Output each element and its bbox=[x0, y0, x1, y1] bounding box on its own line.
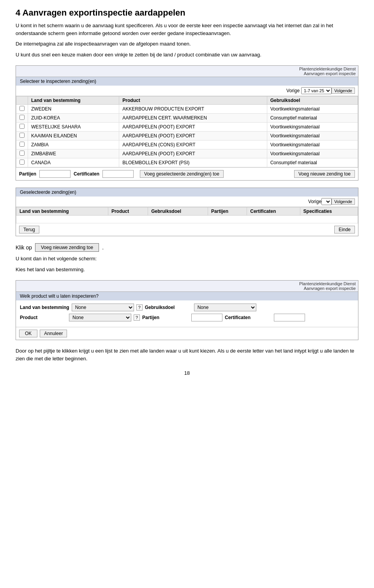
partijen-form-input[interactable] bbox=[191, 314, 222, 321]
table-row: ZWEDEN AKKERBOUW PRODUCTEN EXPORT Voortk… bbox=[16, 105, 358, 114]
row-land: ZIMBABWE bbox=[28, 149, 119, 158]
row-doel: Voortkwekingsmateriaal bbox=[267, 149, 358, 158]
row-doel: Voortkwekingsmateriaal bbox=[267, 132, 358, 140]
intro-paragraph-1: U komt in het scherm waarin u de aanvraa… bbox=[16, 22, 358, 37]
panel3-footer: OK Annuleer bbox=[16, 327, 358, 340]
volgende-button[interactable]: Volgende bbox=[332, 88, 355, 94]
table-row: KAAIMAN EILANDEN AARDAPPELEN (POOT) EXPO… bbox=[16, 132, 358, 140]
partijen-label: Partijen bbox=[19, 171, 36, 177]
panel3-form-body: Land van bestemming None ? Gebruiksdoel … bbox=[16, 300, 358, 327]
panel1-nav: Vorige 1-7 van 25 Volgende bbox=[16, 86, 358, 96]
page-number: 18 bbox=[16, 370, 358, 376]
paragraph-kies-land: Kies het land van bestemming. bbox=[16, 266, 358, 274]
partijen-input[interactable] bbox=[39, 170, 71, 178]
table-row: ZIMBABWE AARDAPPELEN (POOT) EXPORT Voort… bbox=[16, 149, 358, 158]
product-label: Product bbox=[20, 315, 67, 320]
row-checkbox[interactable] bbox=[19, 115, 25, 120]
einde-button[interactable]: Einde bbox=[334, 226, 355, 233]
panel3-brand: Plantenziektenkundige Dienst Aanvragen e… bbox=[299, 281, 356, 291]
row-product: AARDAPPELEN (POOT) EXPORT bbox=[119, 123, 267, 132]
brand-name: Plantenziektenkundige Dienst bbox=[299, 67, 356, 71]
intro-paragraph-2: De internetpagina zal alle inspectieaanv… bbox=[16, 40, 358, 48]
form-row-land: Land van bestemming None ? Gebruiksdoel … bbox=[20, 304, 354, 311]
row-doel: Consumptief materiaal bbox=[267, 158, 358, 167]
voeg-geselecteerde-btn[interactable]: Voeg geselecteerde zending(en) toe bbox=[140, 170, 224, 178]
row-product: AARDAPPELEN (CONS) EXPORT bbox=[119, 140, 267, 149]
panel3-brand-sub: Aanvragen export inspectie bbox=[299, 286, 356, 291]
table-row: ZUID-KOREA AARDAPPELEN CERT. WAARMERKEN … bbox=[16, 114, 358, 123]
table-row: CANADA BLOEMBOLLEN EXPORT (PSI) Consumpt… bbox=[16, 158, 358, 167]
voeg-nieuwe-btn[interactable]: Voeg nieuwe zending toe bbox=[294, 170, 355, 178]
panel2-action-row: Terug Einde bbox=[16, 223, 358, 236]
panel-welk-product: Plantenziektenkundige Dienst Aanvragen e… bbox=[16, 280, 358, 340]
chapter-number: 4 bbox=[16, 8, 20, 18]
table-row: ZAMBIA AARDAPPELEN (CONS) EXPORT Voortkw… bbox=[16, 140, 358, 149]
certificaten-label: Certificaten bbox=[74, 171, 99, 177]
panel-select-zending: Plantenziektenkundige Dienst Aanvragen e… bbox=[16, 65, 358, 181]
col-gebruiksdoel: Gebruiksdoel bbox=[148, 207, 208, 216]
row-checkbox-cell bbox=[16, 123, 28, 132]
col-certificaten: Certificaten bbox=[247, 207, 300, 216]
page-range-select[interactable]: 1-7 van 25 bbox=[301, 87, 332, 94]
panel2-nav: Vorige Volgende bbox=[16, 197, 358, 207]
panel1-footer: Partijen Certificaten Voeg geselecteerde… bbox=[16, 167, 358, 180]
product-select[interactable]: None bbox=[69, 314, 131, 321]
panel1-header: Selecteer te inspecteren zending(en) bbox=[16, 77, 358, 86]
row-checkbox-cell bbox=[16, 105, 28, 114]
klik-op-prefix: Klik op bbox=[16, 244, 32, 251]
brand-sub: Aanvragen export inspectie bbox=[299, 71, 356, 76]
terug-button[interactable]: Terug bbox=[19, 226, 39, 233]
row-product: BLOEMBOLLEN EXPORT (PSI) bbox=[119, 158, 267, 167]
klik-op-button-display: Voeg nieuwe zending toe bbox=[35, 243, 99, 252]
col-land: Land van bestemming bbox=[28, 97, 119, 105]
panel3-brand-name: Plantenziektenkundige Dienst bbox=[299, 281, 356, 286]
row-product: AKKERBOUW PRODUCTEN EXPORT bbox=[119, 105, 267, 114]
panel1-topbar: Plantenziektenkundige Dienst Aanvragen e… bbox=[16, 66, 358, 77]
row-checkbox-cell bbox=[16, 140, 28, 149]
col-product: Product bbox=[119, 97, 267, 105]
partijen-form-label: Partijen bbox=[142, 315, 189, 320]
land-help-icon[interactable]: ? bbox=[136, 304, 143, 311]
form-row-product: Product None ? Partijen Certificaten bbox=[20, 314, 354, 321]
row-checkbox[interactable] bbox=[19, 133, 25, 138]
row-land: WESTELIJKE SAHARA bbox=[28, 123, 119, 132]
certificaten-form-label: Certificaten bbox=[225, 315, 272, 320]
panel2-volgende-btn[interactable]: Volgende bbox=[332, 198, 355, 205]
product-help-icon[interactable]: ? bbox=[134, 314, 140, 321]
land-label: Land van bestemming bbox=[20, 305, 69, 310]
zending-table: Land van bestemming Product Gebruiksdoel… bbox=[16, 96, 358, 167]
panel2-page-select[interactable] bbox=[321, 198, 332, 205]
gebruiksdoel-select[interactable]: None bbox=[194, 304, 256, 311]
panel-geselecteerde-zending: Geselecteerde zending(en) Vorige Volgend… bbox=[16, 188, 358, 236]
row-checkbox-cell bbox=[16, 114, 28, 123]
row-checkbox[interactable] bbox=[19, 151, 25, 156]
brand-block: Plantenziektenkundige Dienst Aanvragen e… bbox=[299, 67, 356, 76]
row-doel: Voortkwekingsmateriaal bbox=[267, 140, 358, 149]
row-checkbox[interactable] bbox=[19, 106, 25, 111]
row-land: KAAIMAN EILANDEN bbox=[28, 132, 119, 140]
chapter-title: Aanvragen exportinspectie aardappelen bbox=[23, 8, 185, 18]
land-select[interactable]: None bbox=[72, 304, 134, 311]
row-land: ZAMBIA bbox=[28, 140, 119, 149]
footer-paragraph: Door op het pijltje te klikken krijgt u … bbox=[16, 347, 358, 362]
panel2-vorige-label: Vorige bbox=[308, 199, 321, 204]
certificaten-input[interactable] bbox=[102, 170, 134, 178]
ok-button[interactable]: OK bbox=[19, 330, 37, 337]
klik-op-suffix: . bbox=[102, 244, 104, 251]
annuleer-button[interactable]: Annuleer bbox=[40, 330, 67, 337]
row-land: ZUID-KOREA bbox=[28, 114, 119, 123]
row-checkbox[interactable] bbox=[19, 142, 25, 147]
row-doel: Consumptief materiaal bbox=[267, 114, 358, 123]
certificaten-form-input[interactable] bbox=[274, 314, 305, 321]
row-checkbox[interactable] bbox=[19, 124, 25, 129]
row-checkbox[interactable] bbox=[19, 160, 25, 165]
vorige-label: Vorige bbox=[286, 88, 300, 93]
panel3-header: Welk product wilt u laten inspecteren? bbox=[16, 292, 358, 300]
row-doel: Voortkwekingsmateriaal bbox=[267, 105, 358, 114]
col-product: Product bbox=[108, 207, 148, 216]
row-checkbox-cell bbox=[16, 132, 28, 140]
col-partijen: Partijen bbox=[208, 207, 247, 216]
paragraph-volgende-scherm: U komt dan in het volgende scherm: bbox=[16, 255, 358, 263]
gebruiksdoel-label: Gebruiksdoel bbox=[145, 305, 192, 310]
geselecteerde-table: Land van bestemmingProductGebruiksdoelPa… bbox=[16, 207, 358, 223]
